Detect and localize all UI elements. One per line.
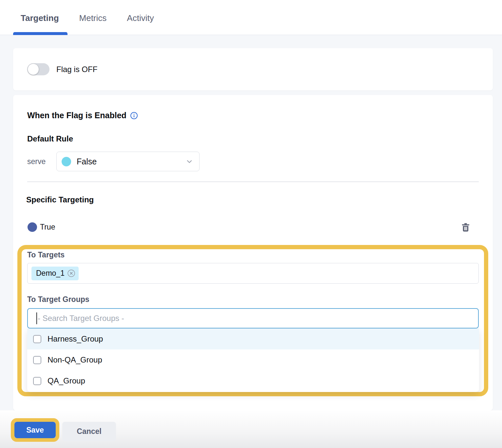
flag-toggle-knob <box>28 64 39 75</box>
section-divider <box>27 181 479 182</box>
group-option-label: Harness_Group <box>48 334 103 344</box>
targeting-highlight-box: To Targets Demo_1 To Target Groups - Sea… <box>17 245 488 396</box>
serve-label: serve <box>27 157 56 166</box>
target-chip: Demo_1 <box>31 267 79 280</box>
text-cursor <box>36 312 37 324</box>
flag-status-label: Flag is OFF <box>56 65 97 74</box>
target-chip-label: Demo_1 <box>36 269 65 278</box>
section-title: When the Flag is Enabled <box>27 111 138 120</box>
flag-toggle[interactable] <box>27 63 49 75</box>
tab-activity[interactable]: Activity <box>127 13 154 23</box>
to-targets-label: To Targets <box>27 251 65 259</box>
group-option-label: QA_Group <box>48 376 85 385</box>
search-placeholder: - Search Target Groups - <box>38 314 124 323</box>
checkbox-qa-group[interactable] <box>33 377 41 385</box>
trash-icon[interactable] <box>460 222 471 233</box>
flag-status-card: Flag is OFF <box>13 48 493 90</box>
true-variation-dot <box>28 222 37 232</box>
default-rule-heading: Default Rule <box>27 134 73 143</box>
tab-bar: Targeting Metrics Activity <box>0 0 502 35</box>
group-option-non-qa[interactable]: Non-QA_Group <box>27 349 479 370</box>
active-tab-indicator <box>13 32 68 35</box>
target-groups-dropdown: Harness_Group Non-QA_Group QA_Group <box>27 328 479 392</box>
to-targets-input[interactable]: Demo_1 <box>27 263 479 284</box>
specific-targeting-heading: Specific Targeting <box>26 195 94 204</box>
footer-bar: Save Cancel <box>0 410 502 448</box>
targeting-card: When the Flag is Enabled Default Rule se… <box>13 95 493 410</box>
checkbox-non-qa-group[interactable] <box>33 356 41 364</box>
to-target-groups-label: To Target Groups <box>27 295 89 304</box>
section-title-text: When the Flag is Enabled <box>27 111 126 120</box>
group-option-label: Non-QA_Group <box>48 355 102 364</box>
chip-remove-icon[interactable] <box>67 269 75 277</box>
group-option-harness[interactable]: Harness_Group <box>27 328 479 349</box>
variation-color-dot <box>62 157 71 166</box>
tab-targeting[interactable]: Targeting <box>21 13 59 23</box>
group-option-qa[interactable]: QA_Group <box>27 370 479 391</box>
cancel-button[interactable]: Cancel <box>62 422 116 441</box>
save-highlight-ring: Save <box>11 418 59 442</box>
chevron-down-icon <box>185 158 193 165</box>
tab-metrics[interactable]: Metrics <box>79 13 107 23</box>
true-variation-name: True <box>40 223 55 232</box>
selected-variation-value: False <box>77 157 185 166</box>
target-groups-search-input[interactable]: - Search Target Groups - <box>27 308 479 328</box>
checkbox-harness-group[interactable] <box>33 335 41 343</box>
save-button[interactable]: Save <box>14 422 56 438</box>
default-variation-select[interactable]: False <box>56 152 200 171</box>
info-icon[interactable] <box>130 112 138 120</box>
